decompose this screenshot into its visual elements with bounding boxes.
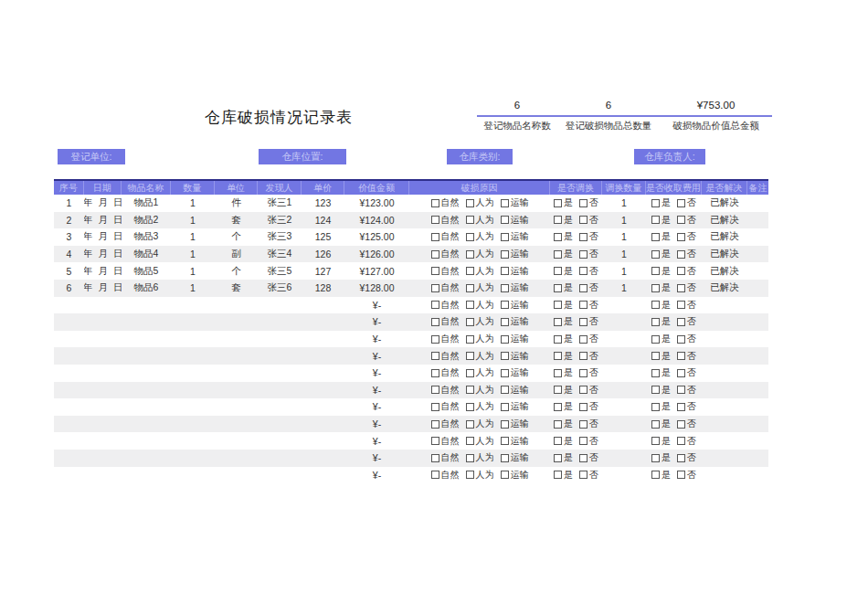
checkbox-icon[interactable] [677, 454, 685, 462]
checkbox-icon[interactable] [677, 267, 685, 275]
checkbox-icon[interactable] [677, 250, 685, 259]
checkbox-icon[interactable] [677, 301, 685, 309]
checkbox-icon[interactable] [466, 386, 474, 394]
checkbox-icon[interactable] [579, 420, 587, 429]
checkbox-icon[interactable] [466, 318, 474, 326]
checkbox-icon[interactable] [501, 199, 509, 207]
checkbox-icon[interactable] [501, 471, 509, 479]
checkbox-icon[interactable] [677, 318, 685, 326]
checkbox-icon[interactable] [466, 420, 474, 429]
checkbox-icon[interactable] [579, 301, 587, 309]
checkbox-icon[interactable] [677, 352, 685, 360]
checkbox-icon[interactable] [466, 369, 474, 377]
checkbox-icon[interactable] [554, 301, 562, 309]
checkbox-icon[interactable] [501, 437, 509, 445]
checkbox-icon[interactable] [466, 267, 474, 275]
checkbox-icon[interactable] [651, 284, 660, 292]
checkbox-icon[interactable] [579, 318, 587, 326]
checkbox-icon[interactable] [431, 420, 439, 429]
checkbox-icon[interactable] [431, 301, 439, 309]
checkbox-icon[interactable] [501, 420, 509, 429]
checkbox-icon[interactable] [579, 216, 587, 224]
checkbox-icon[interactable] [431, 403, 439, 411]
checkbox-icon[interactable] [466, 301, 474, 309]
checkbox-icon[interactable] [579, 199, 587, 207]
checkbox-icon[interactable] [651, 454, 660, 462]
checkbox-icon[interactable] [431, 369, 439, 377]
checkbox-icon[interactable] [466, 352, 474, 360]
checkbox-icon[interactable] [431, 250, 439, 259]
checkbox-icon[interactable] [651, 471, 660, 479]
checkbox-icon[interactable] [431, 386, 439, 394]
checkbox-icon[interactable] [677, 403, 685, 411]
checkbox-icon[interactable] [579, 369, 587, 377]
checkbox-icon[interactable] [466, 284, 474, 292]
checkbox-icon[interactable] [651, 250, 660, 259]
checkbox-icon[interactable] [466, 335, 474, 344]
warehouse-manager-button[interactable]: 仓库负责人: [634, 149, 705, 164]
checkbox-icon[interactable] [651, 233, 660, 241]
checkbox-icon[interactable] [431, 471, 439, 479]
checkbox-icon[interactable] [466, 403, 474, 411]
checkbox-icon[interactable] [677, 216, 685, 224]
checkbox-icon[interactable] [554, 335, 562, 344]
checkbox-icon[interactable] [466, 233, 474, 241]
checkbox-icon[interactable] [677, 335, 685, 344]
checkbox-icon[interactable] [579, 267, 587, 275]
checkbox-icon[interactable] [554, 352, 562, 360]
checkbox-icon[interactable] [554, 233, 562, 241]
checkbox-icon[interactable] [579, 335, 587, 344]
checkbox-icon[interactable] [501, 267, 509, 275]
checkbox-icon[interactable] [431, 437, 439, 445]
checkbox-icon[interactable] [579, 284, 587, 292]
checkbox-icon[interactable] [501, 454, 509, 462]
checkbox-icon[interactable] [431, 199, 439, 207]
checkbox-icon[interactable] [554, 420, 562, 429]
checkbox-icon[interactable] [466, 437, 474, 445]
checkbox-icon[interactable] [554, 284, 562, 292]
checkbox-icon[interactable] [579, 454, 587, 462]
checkbox-icon[interactable] [466, 250, 474, 259]
checkbox-icon[interactable] [431, 284, 439, 292]
warehouse-location-button[interactable]: 仓库位置: [259, 149, 346, 164]
checkbox-icon[interactable] [501, 284, 509, 292]
checkbox-icon[interactable] [651, 318, 660, 326]
checkbox-icon[interactable] [554, 437, 562, 445]
checkbox-icon[interactable] [431, 335, 439, 344]
checkbox-icon[interactable] [677, 471, 685, 479]
checkbox-icon[interactable] [651, 420, 660, 429]
checkbox-icon[interactable] [554, 386, 562, 394]
checkbox-icon[interactable] [501, 335, 509, 344]
checkbox-icon[interactable] [579, 437, 587, 445]
checkbox-icon[interactable] [466, 454, 474, 462]
checkbox-icon[interactable] [431, 318, 439, 326]
checkbox-icon[interactable] [501, 216, 509, 224]
checkbox-icon[interactable] [651, 301, 660, 309]
checkbox-icon[interactable] [554, 471, 562, 479]
register-unit-button[interactable]: 登记单位: [58, 149, 125, 164]
checkbox-icon[interactable] [466, 471, 474, 479]
checkbox-icon[interactable] [651, 267, 660, 275]
checkbox-icon[interactable] [554, 199, 562, 207]
checkbox-icon[interactable] [501, 386, 509, 394]
checkbox-icon[interactable] [431, 216, 439, 224]
checkbox-icon[interactable] [466, 199, 474, 207]
checkbox-icon[interactable] [501, 250, 509, 259]
checkbox-icon[interactable] [677, 386, 685, 394]
checkbox-icon[interactable] [579, 403, 587, 411]
checkbox-icon[interactable] [579, 250, 587, 259]
checkbox-icon[interactable] [554, 216, 562, 224]
checkbox-icon[interactable] [677, 284, 685, 292]
checkbox-icon[interactable] [651, 403, 660, 411]
checkbox-icon[interactable] [466, 216, 474, 224]
checkbox-icon[interactable] [554, 267, 562, 275]
warehouse-category-button[interactable]: 仓库类别: [447, 149, 513, 164]
checkbox-icon[interactable] [579, 471, 587, 479]
checkbox-icon[interactable] [651, 199, 660, 207]
checkbox-icon[interactable] [677, 437, 685, 445]
checkbox-icon[interactable] [501, 403, 509, 411]
checkbox-icon[interactable] [501, 301, 509, 309]
checkbox-icon[interactable] [501, 352, 509, 360]
checkbox-icon[interactable] [554, 403, 562, 411]
checkbox-icon[interactable] [651, 216, 660, 224]
